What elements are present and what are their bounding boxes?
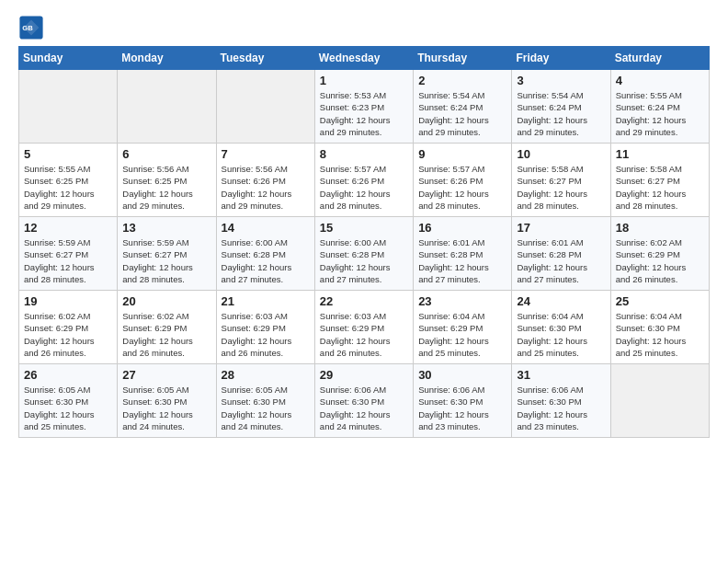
day-number: 31 <box>517 368 605 382</box>
day-cell: 22Sunrise: 6:03 AM Sunset: 6:29 PM Dayli… <box>314 291 413 364</box>
day-number: 19 <box>24 294 112 308</box>
day-info: Sunrise: 5:57 AM Sunset: 6:26 PM Dayligh… <box>320 163 408 212</box>
day-cell: 27Sunrise: 6:05 AM Sunset: 6:30 PM Dayli… <box>118 364 216 438</box>
day-cell: 16Sunrise: 6:01 AM Sunset: 6:28 PM Dayli… <box>414 217 512 291</box>
day-cell: 24Sunrise: 6:04 AM Sunset: 6:30 PM Dayli… <box>512 291 610 364</box>
day-number: 22 <box>320 294 408 308</box>
day-info: Sunrise: 5:56 AM Sunset: 6:26 PM Dayligh… <box>222 163 310 212</box>
day-number: 23 <box>418 294 506 308</box>
day-cell <box>216 70 314 144</box>
day-cell: 10Sunrise: 5:58 AM Sunset: 6:27 PM Dayli… <box>512 144 610 217</box>
day-info: Sunrise: 6:03 AM Sunset: 6:29 PM Dayligh… <box>320 310 408 359</box>
day-cell: 1Sunrise: 5:53 AM Sunset: 6:23 PM Daylig… <box>314 70 413 144</box>
day-number: 4 <box>616 74 704 87</box>
day-number: 3 <box>517 74 605 87</box>
day-number: 18 <box>616 221 704 235</box>
day-number: 10 <box>517 147 605 161</box>
day-cell <box>610 364 709 438</box>
day-cell: 18Sunrise: 6:02 AM Sunset: 6:29 PM Dayli… <box>610 217 709 291</box>
day-number: 6 <box>122 147 210 161</box>
day-info: Sunrise: 5:54 AM Sunset: 6:24 PM Dayligh… <box>418 89 506 138</box>
day-number: 25 <box>616 294 704 308</box>
day-cell <box>19 70 118 144</box>
page: GB SundayMondayTuesdayWednesdayThursdayF… <box>0 0 728 456</box>
day-cell: 21Sunrise: 6:03 AM Sunset: 6:29 PM Dayli… <box>216 291 314 364</box>
calendar-table: SundayMondayTuesdayWednesdayThursdayFrid… <box>18 46 710 438</box>
day-number: 15 <box>320 221 408 235</box>
day-cell: 31Sunrise: 6:06 AM Sunset: 6:30 PM Dayli… <box>512 364 610 438</box>
week-row-2: 5Sunrise: 5:55 AM Sunset: 6:25 PM Daylig… <box>19 144 710 217</box>
day-info: Sunrise: 6:05 AM Sunset: 6:30 PM Dayligh… <box>222 384 310 432</box>
day-number: 27 <box>122 368 210 382</box>
day-info: Sunrise: 6:03 AM Sunset: 6:29 PM Dayligh… <box>222 310 310 359</box>
col-header-saturday: Saturday <box>610 47 709 70</box>
col-header-monday: Monday <box>118 47 216 70</box>
day-info: Sunrise: 6:05 AM Sunset: 6:30 PM Dayligh… <box>24 384 112 432</box>
col-header-tuesday: Tuesday <box>216 47 314 70</box>
week-row-1: 1Sunrise: 5:53 AM Sunset: 6:23 PM Daylig… <box>19 70 710 144</box>
day-info: Sunrise: 6:00 AM Sunset: 6:28 PM Dayligh… <box>222 236 310 285</box>
day-info: Sunrise: 6:06 AM Sunset: 6:30 PM Dayligh… <box>517 384 605 432</box>
week-row-5: 26Sunrise: 6:05 AM Sunset: 6:30 PM Dayli… <box>19 364 710 438</box>
day-number: 9 <box>418 147 506 161</box>
day-number: 28 <box>222 368 310 382</box>
col-header-thursday: Thursday <box>414 47 512 70</box>
day-info: Sunrise: 5:55 AM Sunset: 6:24 PM Dayligh… <box>616 89 704 138</box>
week-row-4: 19Sunrise: 6:02 AM Sunset: 6:29 PM Dayli… <box>19 291 710 364</box>
day-info: Sunrise: 6:02 AM Sunset: 6:29 PM Dayligh… <box>24 310 112 359</box>
day-cell: 14Sunrise: 6:00 AM Sunset: 6:28 PM Dayli… <box>216 217 314 291</box>
day-info: Sunrise: 6:00 AM Sunset: 6:28 PM Dayligh… <box>320 236 408 285</box>
day-info: Sunrise: 6:04 AM Sunset: 6:30 PM Dayligh… <box>517 310 605 359</box>
day-cell: 4Sunrise: 5:55 AM Sunset: 6:24 PM Daylig… <box>610 70 709 144</box>
day-number: 11 <box>616 147 704 161</box>
day-info: Sunrise: 6:02 AM Sunset: 6:29 PM Dayligh… <box>616 236 704 285</box>
day-info: Sunrise: 5:58 AM Sunset: 6:27 PM Dayligh… <box>616 163 704 212</box>
day-cell: 28Sunrise: 6:05 AM Sunset: 6:30 PM Dayli… <box>216 364 314 438</box>
day-cell: 11Sunrise: 5:58 AM Sunset: 6:27 PM Dayli… <box>610 144 709 217</box>
day-number: 2 <box>418 74 506 87</box>
logo: GB <box>18 15 48 40</box>
col-header-friday: Friday <box>512 47 610 70</box>
day-cell: 7Sunrise: 5:56 AM Sunset: 6:26 PM Daylig… <box>216 144 314 217</box>
day-info: Sunrise: 6:01 AM Sunset: 6:28 PM Dayligh… <box>418 236 506 285</box>
day-cell: 8Sunrise: 5:57 AM Sunset: 6:26 PM Daylig… <box>314 144 413 217</box>
day-number: 1 <box>320 74 408 87</box>
day-info: Sunrise: 6:06 AM Sunset: 6:30 PM Dayligh… <box>320 384 408 432</box>
day-cell: 12Sunrise: 5:59 AM Sunset: 6:27 PM Dayli… <box>19 217 118 291</box>
day-number: 7 <box>222 147 310 161</box>
day-number: 14 <box>222 221 310 235</box>
day-cell: 5Sunrise: 5:55 AM Sunset: 6:25 PM Daylig… <box>19 144 118 217</box>
day-cell: 30Sunrise: 6:06 AM Sunset: 6:30 PM Dayli… <box>414 364 512 438</box>
day-info: Sunrise: 5:54 AM Sunset: 6:24 PM Dayligh… <box>517 89 605 138</box>
day-info: Sunrise: 5:53 AM Sunset: 6:23 PM Dayligh… <box>320 89 408 138</box>
day-number: 17 <box>517 221 605 235</box>
day-number: 5 <box>24 147 112 161</box>
day-info: Sunrise: 5:59 AM Sunset: 6:27 PM Dayligh… <box>24 236 112 285</box>
day-info: Sunrise: 5:58 AM Sunset: 6:27 PM Dayligh… <box>517 163 605 212</box>
day-number: 13 <box>122 221 210 235</box>
day-number: 12 <box>24 221 112 235</box>
day-info: Sunrise: 6:05 AM Sunset: 6:30 PM Dayligh… <box>122 384 210 432</box>
day-info: Sunrise: 6:02 AM Sunset: 6:29 PM Dayligh… <box>122 310 210 359</box>
day-cell: 23Sunrise: 6:04 AM Sunset: 6:29 PM Dayli… <box>414 291 512 364</box>
day-cell: 9Sunrise: 5:57 AM Sunset: 6:26 PM Daylig… <box>414 144 512 217</box>
day-number: 24 <box>517 294 605 308</box>
day-info: Sunrise: 6:04 AM Sunset: 6:30 PM Dayligh… <box>616 310 704 359</box>
day-info: Sunrise: 5:57 AM Sunset: 6:26 PM Dayligh… <box>418 163 506 212</box>
day-number: 29 <box>320 368 408 382</box>
day-cell: 6Sunrise: 5:56 AM Sunset: 6:25 PM Daylig… <box>118 144 216 217</box>
day-info: Sunrise: 5:56 AM Sunset: 6:25 PM Dayligh… <box>122 163 210 212</box>
day-number: 20 <box>122 294 210 308</box>
day-cell: 25Sunrise: 6:04 AM Sunset: 6:30 PM Dayli… <box>610 291 709 364</box>
day-number: 26 <box>24 368 112 382</box>
day-number: 21 <box>222 294 310 308</box>
day-info: Sunrise: 6:01 AM Sunset: 6:28 PM Dayligh… <box>517 236 605 285</box>
col-header-wednesday: Wednesday <box>314 47 413 70</box>
day-number: 8 <box>320 147 408 161</box>
day-info: Sunrise: 6:06 AM Sunset: 6:30 PM Dayligh… <box>418 384 506 432</box>
day-cell: 29Sunrise: 6:06 AM Sunset: 6:30 PM Dayli… <box>314 364 413 438</box>
day-info: Sunrise: 6:04 AM Sunset: 6:29 PM Dayligh… <box>418 310 506 359</box>
day-info: Sunrise: 5:59 AM Sunset: 6:27 PM Dayligh… <box>122 236 210 285</box>
day-cell: 19Sunrise: 6:02 AM Sunset: 6:29 PM Dayli… <box>19 291 118 364</box>
day-cell: 26Sunrise: 6:05 AM Sunset: 6:30 PM Dayli… <box>19 364 118 438</box>
